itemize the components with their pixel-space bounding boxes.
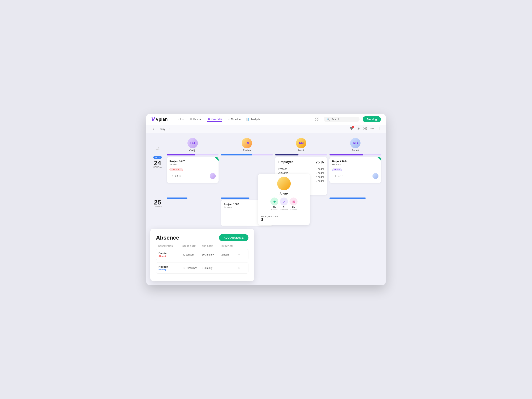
absence-desc-holiday: Holiday Holiday <box>158 265 181 271</box>
backlog-button[interactable]: Backlog <box>363 116 381 122</box>
col-header-duration: DURATION <box>222 245 236 247</box>
timeline-icon: ≣ <box>228 118 230 121</box>
shuffle-button[interactable] <box>155 146 160 151</box>
eye-button[interactable] <box>356 127 360 131</box>
next-week-button[interactable]: › <box>168 127 172 131</box>
person-name-robert: Robert <box>352 149 359 152</box>
more-options-button[interactable] <box>377 127 381 131</box>
avatar-anouk: AN <box>296 138 306 148</box>
col-header-desc: DESCRIPTION <box>158 245 181 247</box>
absence-row-holiday: Holiday Holiday 19 December 3 January ✏ <box>156 262 248 274</box>
search-box[interactable]: 🔍 <box>324 117 360 122</box>
absence-start-holiday: 19 December <box>183 267 200 269</box>
kanban-icon: ⊞ <box>190 118 192 121</box>
nav-list-label: List <box>180 118 184 121</box>
svg-rect-1 <box>318 118 319 119</box>
absence-modal-header: Absence ADD ABSENCE <box>156 234 248 241</box>
svg-point-11 <box>372 128 374 129</box>
person-name-carlijn: Carlijn <box>189 149 196 152</box>
list-icon: ≡ <box>178 118 179 121</box>
stat-label-allocated: Allocated <box>280 209 288 211</box>
tag-prio-robert: PRIO <box>332 168 342 171</box>
col-header-robert: RB Robert <box>328 136 382 153</box>
svg-rect-6 <box>364 127 365 128</box>
col-header-anouk: AN Anouk <box>274 136 328 153</box>
search-icon: 🔍 <box>326 118 329 121</box>
progress-evelien-tue <box>221 198 249 199</box>
svg-rect-2 <box>316 120 317 121</box>
stat-value-allocated: 2h <box>283 206 285 208</box>
task-count1-carlijn: 1 <box>172 175 173 177</box>
person-name-evelien: Evelien <box>243 149 251 152</box>
svg-rect-9 <box>365 129 367 130</box>
filter-button[interactable] <box>350 127 353 131</box>
add-absence-button[interactable]: ADD ABSENCE <box>219 234 248 241</box>
col-header-actions <box>238 245 246 247</box>
col-header-end: END DATE <box>202 245 220 247</box>
progress-fill-robert-mon <box>329 154 363 156</box>
avatar-carlijn: CJ <box>187 138 198 148</box>
employee-row-present: Present 8 hours <box>278 168 324 170</box>
employee-pct: 75 % <box>316 160 324 164</box>
task-count2-robert: 4 <box>342 175 343 177</box>
value-present: 8 hours <box>316 168 324 170</box>
stat-allocated: ↗ 2h Allocated <box>280 198 288 211</box>
employee-title: Employee <box>278 160 293 164</box>
task-card-carlijn-mon[interactable]: Project 1047 Janzen URGENT ↑ 1 💬 6 <box>167 157 219 183</box>
svg-point-13 <box>379 128 380 129</box>
absence-duration-dentist: 2 hours <box>221 253 236 256</box>
task-subtitle-carlijn-mon: Janzen <box>170 163 216 166</box>
progress-fill-carlijn-mon <box>167 154 195 156</box>
value-planned: 4 hours <box>316 175 324 178</box>
absence-table-header: DESCRIPTION START DATE END DATE DURATION <box>156 245 248 249</box>
edit-button-dentist[interactable]: ✏ <box>238 253 246 256</box>
date-label-tue: 25 TUESDAY <box>150 196 165 227</box>
nav-item-analysis[interactable]: 📊 Analysis <box>246 117 261 122</box>
avatar-evelien: EV <box>242 138 252 148</box>
svg-point-14 <box>379 129 380 130</box>
week-badge: W17 <box>153 156 162 159</box>
nav-item-list[interactable]: ≡ List <box>177 117 185 122</box>
robert-mon-cell: Project 1834 Hendriks PRIO ↑ 1 💬 4 <box>328 153 382 196</box>
date-day-mon: MONDAY <box>153 166 162 168</box>
expand-button[interactable] <box>314 116 320 123</box>
nav-item-kanban[interactable]: ⊞ Kanban <box>190 117 203 122</box>
deployable-section: Deployable hours 8 <box>261 213 307 222</box>
svg-point-12 <box>379 127 380 128</box>
nav-kanban-label: Kanban <box>193 118 202 121</box>
absence-desc-dentist: Dentist Absent <box>158 252 181 257</box>
edit-button-holiday[interactable]: ✏ <box>238 267 246 270</box>
stat-icon-allocated: ↗ <box>280 198 288 206</box>
date-num-tue: 25 <box>154 199 161 206</box>
anouk-popup-name: Anouk <box>261 192 307 195</box>
anouk-popup-avatar <box>277 177 291 190</box>
employee-card-header: Employee 75 % <box>278 160 324 164</box>
task-meta-carlijn-mon: ↑ 1 💬 6 <box>170 175 181 177</box>
stat-value-present: 8h <box>273 206 276 208</box>
prev-week-button[interactable]: ‹ <box>151 127 156 131</box>
stat-icon-present: ⊕ <box>270 198 278 206</box>
stat-present: ⊕ 8h Present <box>270 198 278 211</box>
nav-item-calendar[interactable]: ▦ Calendar <box>207 117 222 122</box>
value-available: 2 hours <box>316 180 324 182</box>
task-card-robert-mon[interactable]: Project 1834 Hendriks PRIO ↑ 1 💬 4 <box>329 157 381 183</box>
nav-right: 🔍 Backlog <box>314 116 381 123</box>
puzzle-button[interactable] <box>363 127 367 131</box>
progress-robert-mon <box>329 154 381 156</box>
absence-end-dentist: 30 January <box>202 253 220 256</box>
nav-item-timeline[interactable]: ≣ Timeline <box>227 117 241 122</box>
nav-timeline-label: Timeline <box>231 118 241 121</box>
calendar-icon: ▦ <box>208 118 210 121</box>
progress-anouk-mon <box>275 154 327 156</box>
up-arrow-icon: ↑ <box>170 175 171 177</box>
absence-modal: Absence ADD ABSENCE DESCRIPTION START DA… <box>150 229 254 281</box>
task-count1-robert: 1 <box>335 175 336 177</box>
analysis-icon: 📊 <box>246 118 249 121</box>
col-header-carlijn: CJ Carlijn <box>165 136 220 153</box>
search-input[interactable] <box>331 118 357 121</box>
absence-start-dentist: 30 January <box>183 253 200 256</box>
today-button[interactable]: Today <box>158 128 165 131</box>
group-button[interactable] <box>370 127 374 131</box>
date-label-mon: W17 24 MONDAY <box>150 153 165 196</box>
tag-urgent-carlijn: URGENT <box>170 168 183 171</box>
